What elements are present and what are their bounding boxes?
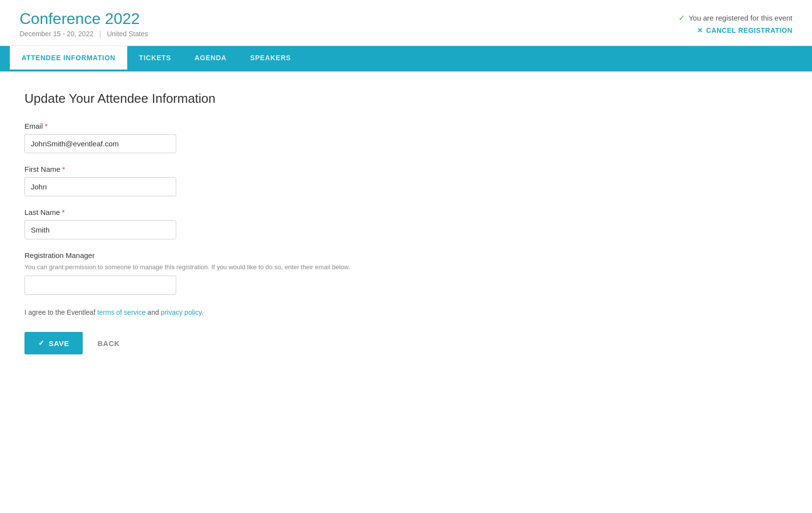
event-info: Conference 2022 December 15 - 20, 2022 |… — [20, 10, 148, 38]
last-name-group: Last Name * — [24, 208, 367, 239]
tab-speakers[interactable]: SPEAKERS — [238, 46, 302, 71]
registration-manager-label: Registration Manager — [24, 251, 367, 259]
first-name-label: First Name * — [24, 165, 367, 173]
first-name-group: First Name * — [24, 165, 367, 196]
tab-attendee-information[interactable]: ATTENDEE INFORMATION — [10, 46, 127, 71]
x-icon: ✕ — [697, 26, 703, 34]
cancel-registration-button[interactable]: ✕ CANCEL REGISTRATION — [678, 26, 792, 34]
email-label: Email * — [24, 122, 367, 130]
page-header: Conference 2022 December 15 - 20, 2022 |… — [0, 0, 812, 46]
back-button[interactable]: BACK — [93, 332, 124, 354]
registration-manager-field[interactable] — [24, 276, 176, 295]
last-name-label: Last Name * — [24, 208, 367, 216]
registration-manager-description: You can grant permission to someone to m… — [24, 263, 367, 271]
terms-line: I agree to the Eventleaf terms of servic… — [24, 308, 367, 316]
last-name-required-star: * — [62, 208, 65, 216]
event-dates: December 15 - 20, 2022 — [20, 30, 93, 38]
last-name-field[interactable] — [24, 220, 176, 239]
privacy-policy-link[interactable]: privacy policy — [161, 308, 202, 316]
save-button[interactable]: ✓ SAVE — [24, 332, 83, 354]
tab-tickets[interactable]: TICKETS — [127, 46, 183, 71]
email-group: Email * — [24, 122, 367, 153]
registered-status: ✓ You are registered for this event — [678, 13, 792, 23]
nav-tabs: ATTENDEE INFORMATION TICKETS AGENDA SPEA… — [0, 46, 812, 71]
meta-separator: | — [99, 30, 101, 38]
first-name-field[interactable] — [24, 177, 176, 196]
terms-of-service-link[interactable]: terms of service — [97, 308, 146, 316]
cancel-registration-label: CANCEL REGISTRATION — [706, 26, 792, 34]
event-title: Conference 2022 — [20, 10, 148, 28]
save-check-icon: ✓ — [38, 339, 45, 348]
registration-status-area: ✓ You are registered for this event ✕ CA… — [678, 13, 792, 34]
first-name-required-star: * — [62, 165, 65, 173]
button-row: ✓ SAVE BACK — [24, 332, 367, 354]
email-field[interactable] — [24, 134, 176, 153]
check-icon: ✓ — [678, 13, 685, 23]
registration-manager-group: Registration Manager You can grant permi… — [24, 251, 367, 295]
main-content: Update Your Attendee Information Email *… — [0, 71, 392, 374]
email-required-star: * — [45, 122, 48, 130]
event-location: United States — [107, 30, 148, 38]
event-meta: December 15 - 20, 2022 | United States — [20, 30, 148, 38]
page-title: Update Your Attendee Information — [24, 91, 367, 106]
registered-status-text: You are registered for this event — [689, 14, 792, 22]
tab-agenda[interactable]: AGENDA — [183, 46, 238, 71]
